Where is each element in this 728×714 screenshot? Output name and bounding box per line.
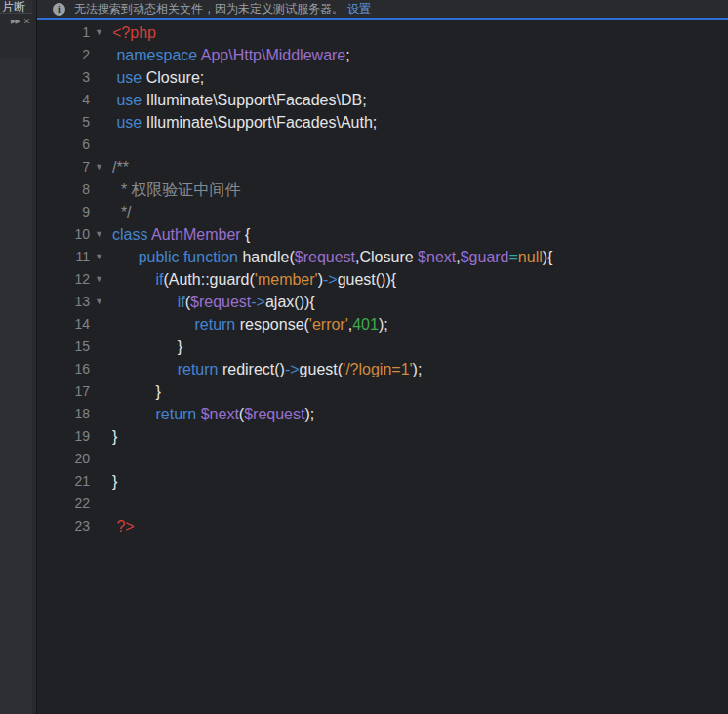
line-number[interactable]: 12 [37,268,90,291]
code-line: 2 namespace App\Http\Middleware; [37,44,728,66]
code-text: <?php [112,21,156,44]
code-text: ?> [112,515,135,537]
code-line: 9 */ [37,201,728,223]
code-line: 10▼class AuthMember { [37,223,728,246]
line-number[interactable]: 19 [37,425,90,448]
fold-gutter [90,358,112,380]
code-line: 13▼ if($request->ajax()){ [37,291,728,313]
notification-message: 无法搜索到动态相关文件，因为未定义测试服务器。 [74,1,344,18]
line-number[interactable]: 15 [37,336,90,358]
line-number[interactable]: 5 [37,111,90,134]
fold-gutter [90,336,112,358]
code-text: } [112,425,117,448]
code-text: return $next($request); [112,403,314,425]
line-number[interactable]: 18 [37,403,90,425]
devtools-snippets-panel: 片断 ▶▶ ✕ i 无法搜索到动态相关文件，因为未定义测试服务器。 设置 1▼<… [0,0,728,714]
code-text: } [112,336,182,358]
close-icon[interactable]: ✕ [23,17,31,26]
line-number[interactable]: 22 [37,493,90,515]
fold-gutter [90,89,112,111]
code-text: } [112,380,161,403]
settings-link[interactable]: 设置 [347,1,371,18]
fold-gutter [90,66,112,89]
line-number[interactable]: 11 [37,246,90,268]
code-line: 23 ?> [37,515,728,537]
fold-gutter [90,403,112,425]
line-number[interactable]: 7 [37,156,90,178]
code-text: return response('error',401); [112,313,388,336]
code-text: use Illuminate\Support\Facades\Auth; [112,111,377,134]
line-number[interactable]: 8 [37,178,90,201]
fold-gutter [90,493,112,515]
fold-arrow-icon[interactable]: ▼ [90,291,112,313]
line-number[interactable]: 3 [37,66,90,89]
code-line: 1▼<?php [37,21,728,44]
code-line: 12▼ if(Auth::guard('member')->guest()){ [37,268,728,291]
code-line: 4 use Illuminate\Support\Facades\DB; [37,89,728,111]
code-text: if($request->ajax()){ [112,291,315,313]
fold-gutter [90,134,112,156]
code-line: 20 [37,448,728,470]
fold-arrow-icon[interactable]: ▼ [90,21,112,44]
fold-gutter [90,111,112,134]
line-number[interactable]: 23 [37,515,90,537]
line-number[interactable]: 20 [37,448,90,470]
code-text: if(Auth::guard('member')->guest()){ [112,268,396,291]
line-number[interactable]: 6 [37,134,90,156]
code-line: 15 } [37,336,728,358]
line-number[interactable]: 9 [37,201,90,223]
line-number[interactable]: 13 [37,291,90,313]
fold-gutter [90,425,112,448]
code-line: 14 return response('error',401); [37,313,728,336]
run-snippet-icon[interactable]: ▶▶ [11,18,20,25]
code-text: public function handle($request,Closure … [112,246,552,268]
fold-gutter [90,470,112,493]
line-number[interactable]: 14 [37,313,90,336]
fold-arrow-icon[interactable]: ▼ [90,268,112,291]
code-line: 17 } [37,380,728,403]
line-number[interactable]: 10 [37,223,90,246]
code-line: 3 use Closure; [37,66,728,89]
sidebar-toolbar: ▶▶ ✕ [0,13,36,60]
code-line: 18 return $next($request); [37,403,728,425]
code-editor[interactable]: 1▼<?php2 namespace App\Http\Middleware;3… [37,20,728,712]
fold-gutter [90,515,112,537]
notification-bar: i 无法搜索到动态相关文件，因为未定义测试服务器。 设置 [37,0,728,20]
code-text: /** [112,156,129,178]
line-number[interactable]: 4 [37,89,90,111]
code-text: use Illuminate\Support\Facades\DB; [112,89,367,111]
code-line: 21} [37,470,728,493]
fold-gutter [90,448,112,470]
fold-gutter [90,313,112,336]
code-line: 19} [37,425,728,448]
fold-arrow-icon[interactable]: ▼ [90,156,112,178]
code-line: 22 [37,493,728,515]
fold-gutter [90,44,112,66]
code-text: */ [112,201,132,223]
code-line: 16 return redirect()->guest('/?login=1')… [37,358,728,380]
code-line: 6 [37,134,728,156]
fold-arrow-icon[interactable]: ▼ [90,246,112,268]
code-text: class AuthMember { [112,223,250,246]
fold-gutter [90,201,112,223]
code-line: 8 * 权限验证中间件 [37,178,728,201]
code-text: namespace App\Http\Middleware; [112,44,350,66]
code-text: } [112,470,117,493]
line-number[interactable]: 16 [37,358,90,380]
line-number[interactable]: 2 [37,44,90,66]
source-pane: i 无法搜索到动态相关文件，因为未定义测试服务器。 设置 1▼<?php2 na… [37,0,728,714]
line-number[interactable]: 1 [37,21,90,44]
code-text: return redirect()->guest('/?login=1'); [112,358,422,380]
fold-arrow-icon[interactable]: ▼ [90,223,112,246]
line-number[interactable]: 21 [37,470,90,493]
fold-gutter [90,380,112,403]
code-line: 5 use Illuminate\Support\Facades\Auth; [37,111,728,134]
snippets-sidebar: 片断 ▶▶ ✕ [0,0,37,714]
code-line: 11▼ public function handle($request,Clos… [37,246,728,268]
fold-gutter [90,178,112,201]
code-text: * 权限验证中间件 [112,178,241,201]
line-number[interactable]: 17 [37,380,90,403]
info-icon: i [53,3,65,16]
code-text: use Closure; [112,66,204,89]
code-line: 7▼/** [37,156,728,178]
